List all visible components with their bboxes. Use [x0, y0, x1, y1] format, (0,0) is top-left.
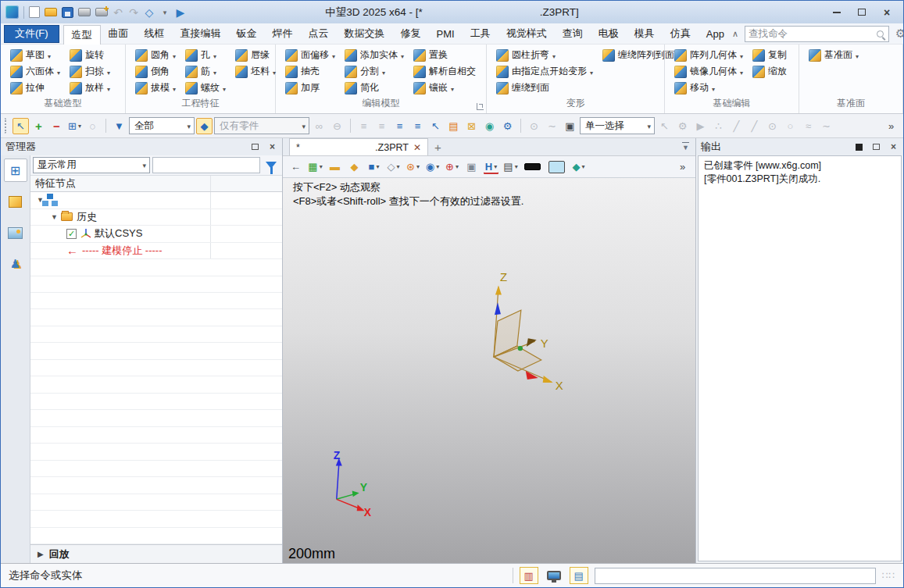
resize-grip[interactable]: ∷∷: [882, 570, 895, 581]
datum-plane-button[interactable]: 基准面: [807, 48, 860, 62]
new-file-icon[interactable]: [29, 6, 40, 18]
deform-from-point-button[interactable]: 由指定点开始变形: [495, 64, 595, 79]
part-only-combo[interactable]: 仅有零件: [214, 117, 309, 134]
pick-box-icon[interactable]: ⊞: [66, 118, 83, 134]
dropdown-arrow-icon[interactable]: [57, 66, 60, 77]
线框[interactable]: 线框: [137, 25, 173, 43]
role-manager-tab[interactable]: ♟: [4, 252, 27, 276]
minimize-button[interactable]: [830, 5, 844, 20]
dropdown-arrow-icon[interactable]: [173, 83, 176, 94]
print-batch-icon[interactable]: [95, 8, 108, 16]
command-search-input[interactable]: [749, 28, 877, 39]
filter-all-combo[interactable]: 全部: [129, 117, 195, 134]
list-bars-icon-2[interactable]: ≡: [373, 118, 390, 134]
wave-icon[interactable]: ∼: [818, 118, 834, 134]
viewport-canvas[interactable]: Z Y X Z Y X: [283, 178, 695, 563]
list-bars-icon-4[interactable]: ≡: [409, 118, 426, 134]
tree-row-modeling-stop[interactable]: ← ----- 建模停止 -----: [30, 243, 282, 260]
revolve-button[interactable]: 旋转: [68, 48, 112, 62]
manager-close-button[interactable]: ×: [267, 142, 277, 152]
pattern-geometry-button[interactable]: 阵列几何体: [673, 48, 745, 62]
playback-bar[interactable]: ▶ 回放: [30, 544, 282, 563]
select-arrow-icon[interactable]: ↖: [13, 118, 29, 134]
焊件[interactable]: 焊件: [265, 25, 301, 43]
dropdown-arrow-icon[interactable]: [107, 83, 110, 94]
修复[interactable]: 修复: [393, 25, 429, 43]
monitor-icon[interactable]: [545, 567, 563, 584]
collapse-caret-icon[interactable]: ▼: [37, 196, 44, 204]
line-point-icon[interactable]: ╱: [728, 118, 745, 134]
collapse-ribbon-icon[interactable]: ∧: [732, 29, 738, 39]
dropdown-arrow-icon[interactable]: [740, 66, 743, 77]
tree-row-root[interactable]: ▼: [30, 192, 282, 209]
document-tab[interactable]: * .Z3PRT ✕: [289, 138, 428, 155]
select-mode-combo[interactable]: 单一选择: [580, 117, 655, 134]
pattern-display-icon[interactable]: ▦: [307, 159, 323, 175]
zoom-icon[interactable]: ◉: [424, 159, 441, 175]
visibility-checkbox[interactable]: ✓: [66, 229, 77, 239]
circle-dot-icon[interactable]: ⊙: [764, 118, 781, 134]
face-offset-button[interactable]: 面偏移: [284, 48, 337, 62]
list-bars-icon-1[interactable]: ≡: [356, 118, 372, 134]
lasso-icon[interactable]: ◌: [84, 118, 101, 134]
surface-display-icon[interactable]: ◆: [570, 159, 587, 175]
dropdown-arrow-icon[interactable]: [590, 66, 593, 77]
save-icon[interactable]: [62, 7, 73, 18]
shade-face-icon[interactable]: ◆: [346, 159, 363, 175]
dropdown-arrow-icon[interactable]: [173, 50, 176, 61]
点云[interactable]: 点云: [301, 25, 337, 43]
直接编辑[interactable]: 直接编辑: [173, 25, 229, 43]
dropdown-arrow-icon[interactable]: [552, 50, 556, 61]
output-restore-button[interactable]: [871, 142, 881, 152]
visual-manager-tab[interactable]: [4, 221, 27, 244]
tree-row-csys[interactable]: ✓ 默认CSYS: [30, 226, 282, 243]
dropdown-arrow-icon[interactable]: [740, 50, 743, 61]
link-icon[interactable]: ∞: [311, 118, 327, 134]
filter-funnel-icon[interactable]: ▼: [111, 118, 127, 134]
tree-column-header[interactable]: 特征节点: [30, 176, 282, 192]
PMI[interactable]: PMI: [429, 25, 463, 43]
move-button[interactable]: 移动: [673, 80, 745, 95]
list-bars-icon-3[interactable]: ≡: [391, 118, 408, 134]
dropdown-arrow-icon[interactable]: [223, 83, 226, 94]
cursor-gear-icon[interactable]: ⚙: [674, 118, 691, 134]
undo-icon[interactable]: ↶: [113, 5, 123, 20]
pick-arrow-icon[interactable]: ↖: [427, 118, 444, 134]
app-logo-icon[interactable]: [5, 5, 19, 19]
filter-funnel-icon[interactable]: [266, 162, 277, 169]
layers-icon[interactable]: ▤: [445, 118, 462, 134]
wave-dot-icon[interactable]: ≈: [800, 118, 816, 134]
orient-target-icon[interactable]: ⊕: [444, 159, 460, 175]
remove-entity-icon[interactable]: −: [48, 118, 65, 134]
tab-list-icon[interactable]: ▼: [682, 142, 689, 151]
status-command-input[interactable]: [595, 568, 876, 584]
box-button[interactable]: 六面体: [9, 64, 62, 79]
play-icon[interactable]: ▶: [692, 118, 709, 134]
dropdown-arrow-icon[interactable]: [107, 66, 110, 77]
dropdown-arrow-icon[interactable]: [451, 83, 454, 94]
tab-close-icon[interactable]: ✕: [413, 142, 421, 153]
z-axis-arrow[interactable]: [495, 302, 501, 315]
dimension-icon[interactable]: H: [483, 159, 499, 175]
draft-button[interactable]: 拔模: [134, 80, 177, 95]
frame-icon[interactable]: ▣: [463, 159, 480, 175]
仿真[interactable]: 仿真: [663, 25, 699, 43]
hole-button[interactable]: 孔: [184, 48, 227, 62]
line-width-swatch[interactable]: [524, 163, 541, 170]
display-filter-combo[interactable]: 显示常用: [33, 157, 150, 173]
hook-curve-icon[interactable]: ∼: [544, 118, 560, 134]
simplify-button[interactable]: 简化: [343, 80, 406, 95]
csys-datum[interactable]: Z Y X: [494, 270, 563, 391]
extrude-button[interactable]: 拉伸: [9, 80, 62, 95]
history-manager-tab[interactable]: ⊞: [4, 159, 27, 182]
command-log-icon[interactable]: ▤: [570, 567, 588, 584]
App[interactable]: App: [699, 25, 732, 43]
曲面[interactable]: 曲面: [101, 25, 137, 43]
电极[interactable]: 电极: [591, 25, 627, 43]
tree-search-input[interactable]: [152, 157, 260, 173]
数据交换[interactable]: 数据交换: [337, 25, 393, 43]
toolbar-settings-icon[interactable]: ▥: [520, 567, 538, 584]
shell-button[interactable]: 抽壳: [284, 64, 337, 79]
output-dock-button[interactable]: [854, 142, 864, 152]
split-button[interactable]: 分割: [343, 64, 406, 79]
